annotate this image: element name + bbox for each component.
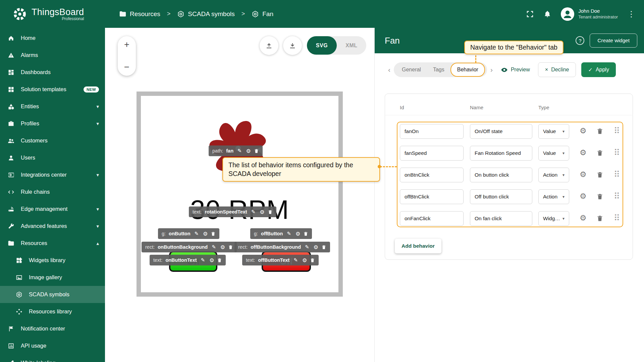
- help-icon[interactable]: ?: [576, 36, 584, 45]
- settings-icon[interactable]: ⚙: [302, 257, 307, 263]
- edit-icon[interactable]: ✎: [251, 209, 256, 215]
- behavior-id-field[interactable]: onFanClick: [400, 211, 464, 226]
- tabs-scroll-left-icon[interactable]: ‹: [388, 66, 390, 74]
- sidebar-item-widgets-library[interactable]: Widgets library: [0, 252, 105, 269]
- sidebar-item-white-labeling[interactable]: White labeling: [0, 354, 105, 362]
- edit-icon[interactable]: ✎: [201, 257, 205, 263]
- breadcrumb-resources[interactable]: Resources: [119, 10, 160, 18]
- behavior-type-select[interactable]: Value ▾: [538, 146, 569, 161]
- new-badge: NEW: [84, 86, 99, 93]
- create-widget-button[interactable]: Create widget: [590, 34, 637, 48]
- sidebar-item-advanced-features[interactable]: Advanced features ▾: [0, 218, 105, 235]
- sidebar-item-alarms[interactable]: Alarms: [0, 47, 105, 64]
- sidebar-item-integrations-center[interactable]: Integrations center ▾: [0, 166, 105, 183]
- settings-icon[interactable]: ⚙: [580, 127, 587, 135]
- tabs-scroll-right-icon[interactable]: ›: [490, 66, 493, 74]
- edit-icon[interactable]: ✎: [287, 231, 291, 237]
- delete-icon[interactable]: [303, 231, 308, 236]
- sidebar-item-users[interactable]: Users: [0, 149, 105, 166]
- delete-icon[interactable]: [228, 245, 233, 250]
- tab-general[interactable]: General: [396, 67, 427, 73]
- settings-icon[interactable]: ⚙: [203, 231, 208, 237]
- tab-tags[interactable]: Tags: [427, 67, 450, 73]
- drag-handle-icon[interactable]: ⠿: [614, 148, 620, 157]
- delete-icon[interactable]: [321, 245, 326, 250]
- delete-icon[interactable]: [217, 258, 222, 263]
- behavior-id-field[interactable]: offBtnClick: [400, 189, 464, 204]
- breadcrumb-fan[interactable]: Fan: [252, 10, 273, 18]
- behavior-type-select[interactable]: Action ▾: [538, 168, 569, 182]
- apply-button[interactable]: ✓ Apply: [581, 62, 615, 77]
- delete-icon[interactable]: [596, 149, 603, 157]
- zoom-in-button[interactable]: +: [124, 40, 129, 50]
- edit-icon[interactable]: ✎: [195, 231, 199, 237]
- more-vert-icon[interactable]: ⋮: [627, 9, 635, 19]
- decline-button[interactable]: × Decline: [538, 62, 576, 77]
- settings-icon[interactable]: ⚙: [209, 257, 214, 263]
- sidebar-item-scada-symbols[interactable]: SCADA symbols: [0, 286, 105, 303]
- tab-behavior[interactable]: Behavior: [450, 63, 485, 77]
- sidebar-item-profiles[interactable]: Profiles ▾: [0, 115, 105, 132]
- settings-icon[interactable]: ⚙: [580, 192, 587, 200]
- user-menu[interactable]: John Doe Tenant administrator: [561, 7, 618, 21]
- delete-icon[interactable]: [596, 128, 603, 135]
- delete-icon[interactable]: [268, 209, 273, 215]
- behavior-type-select[interactable]: Action ▾: [538, 189, 569, 204]
- settings-icon[interactable]: ⚙: [580, 149, 587, 157]
- breadcrumb-scada-symbols[interactable]: SCADA symbols: [177, 10, 234, 18]
- edit-icon[interactable]: ✎: [237, 148, 242, 154]
- behavior-id-field[interactable]: onBtnClick: [400, 168, 464, 182]
- delete-icon[interactable]: [596, 171, 603, 178]
- sidebar-item-solution-templates[interactable]: Solution templates NEW: [0, 81, 105, 98]
- edit-icon[interactable]: ✎: [212, 244, 216, 250]
- upload-button[interactable]: [260, 36, 278, 55]
- settings-icon[interactable]: ⚙: [580, 171, 587, 178]
- sidebar-item-api-usage[interactable]: API usage: [0, 337, 105, 354]
- sidebar-item-customers[interactable]: Customers: [0, 132, 105, 149]
- behavior-id-field[interactable]: fanOn: [400, 124, 464, 139]
- sidebar-item-entities[interactable]: Entities ▾: [0, 98, 105, 115]
- edit-icon[interactable]: ✎: [293, 257, 298, 263]
- delete-icon[interactable]: [596, 193, 603, 200]
- behavior-name-field[interactable]: On fan click: [470, 211, 532, 226]
- behavior-name-field[interactable]: Fan Rotation Speed: [470, 146, 532, 161]
- sidebar-item-resources-library[interactable]: Resources library: [0, 303, 105, 320]
- sidebar-item-dashboards[interactable]: Dashboards: [0, 64, 105, 81]
- edit-icon[interactable]: ✎: [305, 244, 309, 250]
- delete-icon[interactable]: [211, 231, 216, 236]
- svg-tab[interactable]: SVG: [307, 36, 337, 55]
- delete-icon[interactable]: [254, 148, 259, 154]
- drag-handle-icon[interactable]: ⠿: [614, 170, 620, 179]
- notifications-bell-icon[interactable]: [543, 10, 551, 18]
- settings-icon[interactable]: ⚙: [580, 214, 587, 222]
- behavior-id-field[interactable]: fanSpeed: [400, 146, 464, 161]
- app-logo[interactable]: ThingsBoard Professional: [0, 7, 105, 21]
- delete-icon[interactable]: [596, 215, 603, 222]
- sidebar-item-rule-chains[interactable]: Rule chains: [0, 183, 105, 200]
- behavior-name-field[interactable]: On button click: [470, 168, 532, 182]
- fullscreen-icon[interactable]: [526, 10, 534, 18]
- settings-icon[interactable]: ⚙: [314, 244, 318, 250]
- behavior-name-field[interactable]: On/Off state: [470, 124, 532, 139]
- xml-tab[interactable]: XML: [337, 43, 366, 49]
- sidebar-item-notification-center[interactable]: Notification center: [0, 320, 105, 337]
- behavior-type-select[interactable]: Widg… ▾: [538, 211, 569, 226]
- add-behavior-button[interactable]: Add behavior: [395, 239, 441, 253]
- sidebar-item-image-gallery[interactable]: Image gallery: [0, 269, 105, 286]
- drag-handle-icon[interactable]: ⠿: [614, 192, 620, 200]
- delete-icon[interactable]: [310, 258, 315, 263]
- settings-icon[interactable]: ⚙: [260, 209, 264, 215]
- zoom-out-button[interactable]: −: [124, 62, 129, 72]
- settings-icon[interactable]: ⚙: [220, 244, 225, 250]
- settings-icon[interactable]: ⚙: [296, 231, 300, 237]
- sidebar-item-edge-management[interactable]: Edge management ▾: [0, 200, 105, 218]
- drag-handle-icon[interactable]: ⠿: [614, 214, 620, 222]
- sidebar-item-resources[interactable]: Resources ▴: [0, 235, 105, 252]
- behavior-type-select[interactable]: Value ▾: [538, 124, 569, 139]
- behavior-name-field[interactable]: Off button click: [470, 189, 532, 204]
- sidebar-item-home[interactable]: Home: [0, 29, 105, 47]
- settings-icon[interactable]: ⚙: [246, 148, 251, 154]
- preview-button[interactable]: Preview: [501, 66, 530, 73]
- download-button[interactable]: [283, 36, 302, 55]
- drag-handle-icon[interactable]: ⠿: [614, 127, 620, 135]
